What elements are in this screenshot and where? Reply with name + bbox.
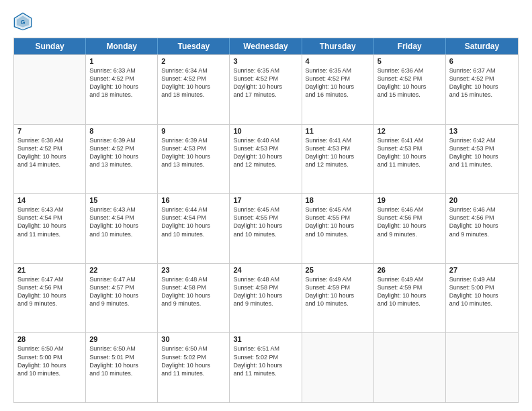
calendar-cell-25: 25Sunrise: 6:49 AM Sunset: 4:59 PM Dayli… (302, 264, 374, 333)
day-number: 15 (89, 196, 154, 204)
calendar-cell-4: 4Sunrise: 6:35 AM Sunset: 4:52 PM Daylig… (302, 55, 374, 124)
day-number: 29 (89, 335, 154, 343)
day-details: Sunrise: 6:45 AM Sunset: 4:55 PM Dayligh… (233, 205, 298, 238)
header-day-wednesday: Wednesday (230, 38, 302, 54)
day-details: Sunrise: 6:43 AM Sunset: 4:54 PM Dayligh… (17, 205, 82, 238)
logo-icon: G (13, 12, 32, 31)
day-details: Sunrise: 6:40 AM Sunset: 4:53 PM Dayligh… (233, 136, 298, 169)
calendar-cell-31: 31Sunrise: 6:51 AM Sunset: 5:02 PM Dayli… (230, 333, 302, 402)
calendar-cell-21: 21Sunrise: 6:47 AM Sunset: 4:56 PM Dayli… (14, 264, 86, 333)
day-details: Sunrise: 6:46 AM Sunset: 4:56 PM Dayligh… (449, 205, 515, 238)
calendar-cell-empty-0-0 (14, 55, 86, 124)
calendar-cell-7: 7Sunrise: 6:38 AM Sunset: 4:52 PM Daylig… (14, 125, 86, 194)
day-details: Sunrise: 6:50 AM Sunset: 5:00 PM Dayligh… (17, 345, 82, 377)
day-number: 17 (233, 196, 298, 204)
day-number: 12 (378, 127, 442, 135)
day-details: Sunrise: 6:51 AM Sunset: 5:02 PM Dayligh… (233, 345, 298, 377)
calendar-row-2: 14Sunrise: 6:43 AM Sunset: 4:54 PM Dayli… (14, 193, 518, 263)
day-number: 22 (89, 266, 154, 274)
calendar-cell-empty-4-6 (446, 333, 518, 402)
day-details: Sunrise: 6:45 AM Sunset: 4:55 PM Dayligh… (306, 205, 370, 238)
calendar-cell-18: 18Sunrise: 6:45 AM Sunset: 4:55 PM Dayli… (302, 194, 374, 263)
day-number: 14 (17, 196, 82, 204)
header-day-friday: Friday (374, 38, 446, 54)
day-number: 18 (306, 196, 370, 204)
day-details: Sunrise: 6:39 AM Sunset: 4:53 PM Dayligh… (161, 136, 226, 169)
svg-text:G: G (20, 19, 25, 26)
calendar-cell-20: 20Sunrise: 6:46 AM Sunset: 4:56 PM Dayli… (446, 194, 518, 263)
day-number: 31 (233, 335, 298, 343)
day-details: Sunrise: 6:41 AM Sunset: 4:53 PM Dayligh… (306, 136, 370, 169)
calendar-row-4: 28Sunrise: 6:50 AM Sunset: 5:00 PM Dayli… (14, 332, 518, 402)
day-details: Sunrise: 6:43 AM Sunset: 4:54 PM Dayligh… (89, 205, 154, 238)
day-number: 25 (306, 266, 370, 274)
day-details: Sunrise: 6:44 AM Sunset: 4:54 PM Dayligh… (161, 205, 226, 238)
day-details: Sunrise: 6:47 AM Sunset: 4:56 PM Dayligh… (17, 275, 82, 308)
header-day-thursday: Thursday (302, 38, 374, 54)
day-number: 11 (306, 127, 370, 135)
day-details: Sunrise: 6:48 AM Sunset: 4:58 PM Dayligh… (233, 275, 298, 308)
calendar-cell-6: 6Sunrise: 6:37 AM Sunset: 4:52 PM Daylig… (446, 55, 518, 124)
day-number: 23 (161, 266, 226, 274)
calendar-cell-19: 19Sunrise: 6:46 AM Sunset: 4:56 PM Dayli… (374, 194, 446, 263)
calendar-cell-8: 8Sunrise: 6:39 AM Sunset: 4:52 PM Daylig… (86, 125, 158, 194)
header-day-monday: Monday (86, 38, 158, 54)
day-number: 5 (378, 57, 442, 65)
calendar-row-3: 21Sunrise: 6:47 AM Sunset: 4:56 PM Dayli… (14, 263, 518, 333)
header-day-saturday: Saturday (446, 38, 518, 54)
calendar: SundayMondayTuesdayWednesdayThursdayFrid… (13, 38, 519, 403)
day-number: 1 (89, 57, 154, 65)
day-number: 20 (449, 196, 515, 204)
header: G (13, 12, 519, 31)
day-details: Sunrise: 6:34 AM Sunset: 4:52 PM Dayligh… (161, 66, 226, 99)
calendar-header-row: SundayMondayTuesdayWednesdayThursdayFrid… (14, 38, 518, 54)
day-number: 9 (161, 127, 226, 135)
day-number: 7 (17, 127, 82, 135)
calendar-cell-empty-4-4 (302, 333, 374, 402)
day-details: Sunrise: 6:47 AM Sunset: 4:57 PM Dayligh… (89, 275, 154, 308)
day-number: 21 (17, 266, 82, 274)
day-number: 30 (161, 335, 226, 343)
calendar-cell-2: 2Sunrise: 6:34 AM Sunset: 4:52 PM Daylig… (158, 55, 230, 124)
header-day-tuesday: Tuesday (158, 38, 230, 54)
calendar-cell-29: 29Sunrise: 6:50 AM Sunset: 5:01 PM Dayli… (86, 333, 158, 402)
page: G SundayMondayTuesdayWednesdayThursdayFr… (0, 0, 532, 411)
day-details: Sunrise: 6:42 AM Sunset: 4:53 PM Dayligh… (449, 136, 515, 169)
day-number: 26 (378, 266, 442, 274)
calendar-cell-28: 28Sunrise: 6:50 AM Sunset: 5:00 PM Dayli… (14, 333, 86, 402)
calendar-cell-30: 30Sunrise: 6:50 AM Sunset: 5:02 PM Dayli… (158, 333, 230, 402)
day-number: 28 (17, 335, 82, 343)
calendar-body: 1Sunrise: 6:33 AM Sunset: 4:52 PM Daylig… (14, 54, 518, 402)
day-number: 3 (233, 57, 298, 65)
day-details: Sunrise: 6:37 AM Sunset: 4:52 PM Dayligh… (449, 66, 515, 99)
day-details: Sunrise: 6:38 AM Sunset: 4:52 PM Dayligh… (17, 136, 82, 169)
calendar-cell-23: 23Sunrise: 6:48 AM Sunset: 4:58 PM Dayli… (158, 264, 230, 333)
day-details: Sunrise: 6:35 AM Sunset: 4:52 PM Dayligh… (233, 66, 298, 99)
day-number: 13 (449, 127, 515, 135)
calendar-cell-1: 1Sunrise: 6:33 AM Sunset: 4:52 PM Daylig… (86, 55, 158, 124)
calendar-cell-15: 15Sunrise: 6:43 AM Sunset: 4:54 PM Dayli… (86, 194, 158, 263)
calendar-cell-empty-4-5 (374, 333, 446, 402)
calendar-cell-17: 17Sunrise: 6:45 AM Sunset: 4:55 PM Dayli… (230, 194, 302, 263)
day-details: Sunrise: 6:49 AM Sunset: 4:59 PM Dayligh… (378, 275, 442, 308)
calendar-cell-22: 22Sunrise: 6:47 AM Sunset: 4:57 PM Dayli… (86, 264, 158, 333)
day-details: Sunrise: 6:49 AM Sunset: 5:00 PM Dayligh… (449, 275, 515, 308)
header-day-sunday: Sunday (14, 38, 86, 54)
calendar-cell-11: 11Sunrise: 6:41 AM Sunset: 4:53 PM Dayli… (302, 125, 374, 194)
day-details: Sunrise: 6:46 AM Sunset: 4:56 PM Dayligh… (378, 205, 442, 238)
day-number: 8 (89, 127, 154, 135)
calendar-cell-13: 13Sunrise: 6:42 AM Sunset: 4:53 PM Dayli… (446, 125, 518, 194)
calendar-cell-27: 27Sunrise: 6:49 AM Sunset: 5:00 PM Dayli… (446, 264, 518, 333)
day-details: Sunrise: 6:36 AM Sunset: 4:52 PM Dayligh… (378, 66, 442, 99)
day-details: Sunrise: 6:50 AM Sunset: 5:01 PM Dayligh… (89, 345, 154, 377)
day-details: Sunrise: 6:35 AM Sunset: 4:52 PM Dayligh… (306, 66, 370, 99)
calendar-cell-12: 12Sunrise: 6:41 AM Sunset: 4:53 PM Dayli… (374, 125, 446, 194)
day-details: Sunrise: 6:41 AM Sunset: 4:53 PM Dayligh… (378, 136, 442, 169)
calendar-cell-10: 10Sunrise: 6:40 AM Sunset: 4:53 PM Dayli… (230, 125, 302, 194)
calendar-row-1: 7Sunrise: 6:38 AM Sunset: 4:52 PM Daylig… (14, 124, 518, 194)
day-details: Sunrise: 6:39 AM Sunset: 4:52 PM Dayligh… (89, 136, 154, 169)
calendar-cell-16: 16Sunrise: 6:44 AM Sunset: 4:54 PM Dayli… (158, 194, 230, 263)
logo: G (13, 12, 35, 31)
calendar-cell-3: 3Sunrise: 6:35 AM Sunset: 4:52 PM Daylig… (230, 55, 302, 124)
day-details: Sunrise: 6:33 AM Sunset: 4:52 PM Dayligh… (89, 66, 154, 99)
